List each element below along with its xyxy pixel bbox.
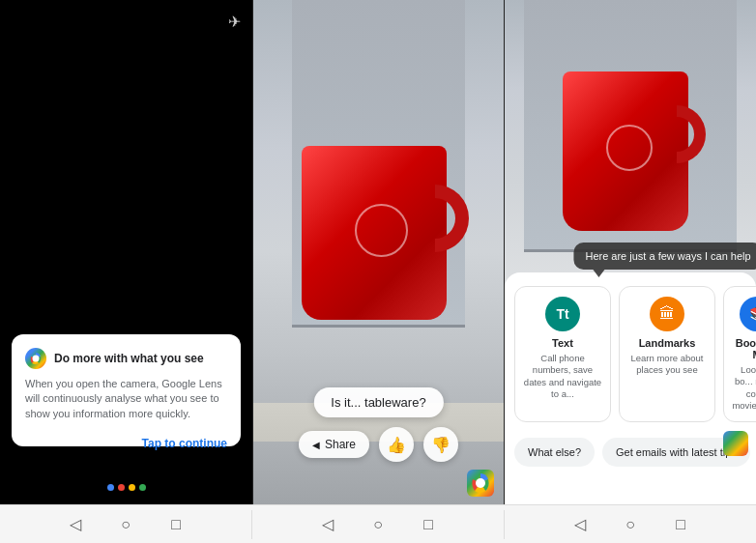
nav-recents-2[interactable]: □ (417, 513, 440, 536)
thumbs-down-button[interactable]: 👎 (423, 427, 458, 462)
scan-result-bubble: Is it... tableware? (313, 387, 443, 417)
landmarks-card[interactable]: 🏛 Landmarks Learn more about places you … (619, 286, 715, 422)
panel1: ✈ Do more with what you s (0, 0, 252, 504)
panel3: Here are just a few ways I can help Tt T… (505, 0, 756, 504)
mug-circle-3 (606, 125, 653, 171)
nav-section-2: ◁ ○ □ (252, 513, 504, 536)
tap-continue-button[interactable]: Tap to continue (142, 433, 227, 454)
bottom-chips: What else? Get emails with latest tips 👍 (505, 432, 756, 472)
lens-icon-3[interactable] (723, 431, 748, 456)
mug-handle-3 (677, 105, 706, 163)
dot-red (118, 484, 125, 491)
dot-green (139, 484, 146, 491)
what-else-label: What else? (528, 446, 581, 458)
close-icon: ✈ (228, 12, 241, 32)
help-bubble: Here are just a few ways I can help (573, 243, 756, 270)
mug-body (302, 146, 447, 320)
text-card-desc: Call phone numbers, save dates and navig… (523, 353, 602, 400)
nav-section-3: ◁ ○ □ (505, 513, 756, 536)
share-button[interactable]: ◀ Share (299, 431, 369, 458)
landmarks-icon: 🏛 (650, 297, 684, 331)
mug-3 (553, 71, 708, 245)
lens-icon[interactable] (467, 470, 494, 497)
dot-yellow (129, 484, 135, 491)
mug (292, 146, 466, 339)
thumbs-up-icon: 👍 (387, 436, 406, 454)
panel2: Is it... tableware? ◀ Share 👍 👎 (252, 0, 505, 504)
books-card[interactable]: 📚 Books & M Look up bo... music cove, mo… (723, 286, 756, 422)
text-card[interactable]: Tt Text Call phone numbers, save dates a… (514, 286, 611, 422)
landmarks-card-title: Landmarks (639, 337, 696, 349)
text-icon: Tt (545, 297, 580, 331)
tooltip-card: Do more with what you see When you open … (12, 334, 241, 446)
scan-result-text: Is it... tableware? (331, 395, 425, 410)
results-panel: Tt Text Call phone numbers, save dates a… (505, 272, 756, 504)
result-cards-row: Tt Text Call phone numbers, save dates a… (505, 272, 756, 432)
mug-handle (435, 185, 469, 252)
bottom-actions: ◀ Share 👍 👎 (253, 427, 504, 462)
share-label: Share (325, 438, 356, 451)
what-else-chip[interactable]: What else? (514, 438, 595, 467)
text-card-title: Text (552, 337, 573, 349)
emails-label: Get emails with latest tips (616, 446, 737, 458)
nav-back-2[interactable]: ◁ (316, 513, 339, 536)
books-card-desc: Look up bo... music cove, movies an... (732, 364, 756, 412)
nav-recents-1[interactable]: □ (164, 513, 188, 536)
dot-blue (107, 484, 114, 491)
books-card-title: Books & M (732, 337, 756, 360)
google-dots (107, 484, 146, 491)
mug-body-3 (563, 71, 688, 231)
svg-point-1 (33, 355, 40, 361)
nav-back-3[interactable]: ◁ (568, 513, 592, 536)
nav-home-3[interactable]: ○ (619, 513, 642, 536)
nav-bar: ◁ ○ □ ◁ ○ □ ◁ ○ □ (0, 504, 756, 543)
nav-recents-3[interactable]: □ (669, 513, 692, 536)
thumbs-up-button[interactable]: 👍 (379, 427, 414, 462)
landmarks-card-desc: Learn more about places you see (627, 353, 707, 377)
mug-circle (355, 204, 408, 257)
nav-home-2[interactable]: ○ (366, 513, 390, 536)
nav-back-1[interactable]: ◁ (64, 513, 87, 536)
tooltip-body: When you open the camera, Google Lens wi… (25, 377, 227, 421)
help-bubble-text: Here are just a few ways I can help (585, 250, 750, 262)
books-icon: 📚 (740, 297, 756, 331)
share-icon: ◀ (312, 440, 320, 450)
mug-container (282, 58, 475, 427)
svg-point-2 (476, 478, 485, 488)
google-lens-icon (25, 348, 46, 369)
nav-section-1: ◁ ○ □ (0, 513, 251, 536)
tooltip-title: Do more with what you see (54, 352, 204, 365)
nav-home-1[interactable]: ○ (114, 513, 137, 536)
thumbs-down-icon: 👎 (431, 436, 451, 454)
